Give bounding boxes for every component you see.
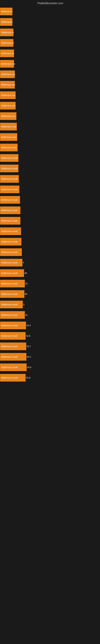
bar-row: Bottleneck result52.8: [0, 332, 100, 340]
bar-value: 53.4: [26, 324, 31, 327]
bar-row: Bottleneck result49: [0, 269, 100, 277]
bar-row: Bottleneck result: [0, 154, 100, 162]
bar-label: Bottleneck result: [0, 154, 18, 162]
bar-row: Bottleneck result: [0, 228, 100, 235]
bar-row: Bottleneck res: [0, 60, 100, 68]
bar-label: Bottleneck result: [0, 186, 19, 193]
bar-value: 52.8: [26, 376, 30, 379]
bar-row: Bottleneck result: [0, 206, 100, 214]
bar-label: Bottleneck re: [0, 39, 13, 47]
bar-label: Bottleneck resu: [0, 133, 17, 141]
bar-label: Bottleneck result: [0, 311, 25, 319]
bar-row: Bottleneck result: [0, 248, 100, 256]
bar-label: Bottleneck result: [0, 364, 27, 371]
bar-value: 4: [23, 262, 24, 264]
bar-row: Bottleneck result: [0, 175, 100, 183]
bar-row: Bottleneck resu: [0, 123, 100, 130]
bar-label: Bottleneck result: [0, 164, 18, 172]
bar-value: 54.1: [27, 356, 31, 358]
bar-label: Bottleneck result: [0, 196, 20, 204]
bar-row: Bottleneck res: [0, 91, 100, 99]
bar-row: Bottleneck r: [0, 8, 100, 15]
bar-label: Bottleneck r: [0, 8, 12, 15]
site-title: TheBottlenecker.com: [0, 0, 100, 6]
bar-value: 53.7: [27, 345, 31, 348]
bar-row: Bottleneck result50: [0, 290, 100, 298]
bar-label: Bottleneck resu: [0, 144, 18, 151]
chart-container: Bottleneck rBottleneck rBottleneck reBot…: [0, 6, 100, 386]
bar-label: Bottleneck result: [0, 175, 19, 183]
bar-label: Bottleneck res: [0, 70, 15, 78]
bar-label: Bottleneck r: [0, 18, 12, 26]
bar-label: Bottleneck result: [0, 290, 24, 298]
bar-row: Bottleneck re: [0, 39, 100, 47]
bar-row: Bottleneck result54.1: [0, 353, 100, 361]
bar-value: 4: [23, 303, 24, 306]
bar-label: Bottleneck result: [0, 374, 26, 382]
bar-label: Bottleneck res: [0, 112, 16, 120]
bar-row: Bottleneck result4: [0, 301, 100, 308]
bar-label: Bottleneck result: [0, 269, 24, 277]
bar-label: Bottleneck re: [0, 28, 13, 36]
bar-row: Bottleneck result: [0, 238, 100, 246]
bar-label: Bottleneck result: [0, 332, 26, 340]
bar-row: Bottleneck re: [0, 28, 100, 36]
bar-value: 54.6: [27, 366, 31, 368]
bar-row: Bottleneck resu: [0, 144, 100, 151]
bar-label: Bottleneck result: [0, 342, 26, 350]
bar-row: Bottleneck resu: [0, 133, 100, 141]
bar-row: Bottleneck result51.: [0, 280, 100, 288]
bar-value: 49: [24, 272, 27, 274]
bar-label: Bottleneck res: [0, 81, 15, 88]
bar-label: Bottleneck result: [0, 353, 26, 361]
bar-row: Bottleneck re: [0, 50, 100, 57]
bar-row: Bottleneck result: [0, 217, 100, 224]
bar-row: Bottleneck r: [0, 18, 100, 26]
bar-row: Bottleneck result54.6: [0, 364, 100, 371]
bar-label: Bottleneck result: [0, 280, 25, 288]
bar-row: Bottleneck result4: [0, 259, 100, 266]
bar-row: Bottleneck result: [0, 196, 100, 204]
bar-row: Bottleneck res: [0, 102, 100, 110]
bar-row: Bottleneck res: [0, 70, 100, 78]
bar-value: 52.8: [26, 335, 30, 337]
bar-label: Bottleneck result: [0, 238, 21, 246]
bar-label: Bottleneck result: [0, 301, 23, 308]
bar-row: Bottleneck result: [0, 186, 100, 193]
bar-label: Bottleneck result: [0, 217, 20, 224]
bar-value: 51.: [25, 314, 28, 316]
bar-label: Bottleneck result: [0, 248, 22, 256]
bar-value: 50: [25, 293, 27, 295]
bar-value: 51.: [25, 282, 28, 285]
bar-label: Bottleneck res: [0, 91, 16, 99]
bar-label: Bottleneck result: [0, 259, 22, 266]
bar-label: Bottleneck result: [0, 322, 26, 329]
bar-row: Bottleneck res: [0, 112, 100, 120]
bar-row: Bottleneck result51.: [0, 311, 100, 319]
bar-row: Bottleneck result53.4: [0, 322, 100, 329]
bar-label: Bottleneck result: [0, 228, 21, 235]
bar-row: Bottleneck result53.7: [0, 342, 100, 350]
bar-label: Bottleneck result: [0, 206, 20, 214]
bar-label: Bottleneck res: [0, 60, 14, 68]
bar-row: Bottleneck result52.8: [0, 374, 100, 382]
bar-row: Bottleneck res: [0, 81, 100, 88]
bar-label: Bottleneck res: [0, 102, 16, 110]
bar-label: Bottleneck resu: [0, 123, 17, 130]
bar-label: Bottleneck re: [0, 50, 14, 57]
bar-row: Bottleneck result: [0, 164, 100, 172]
